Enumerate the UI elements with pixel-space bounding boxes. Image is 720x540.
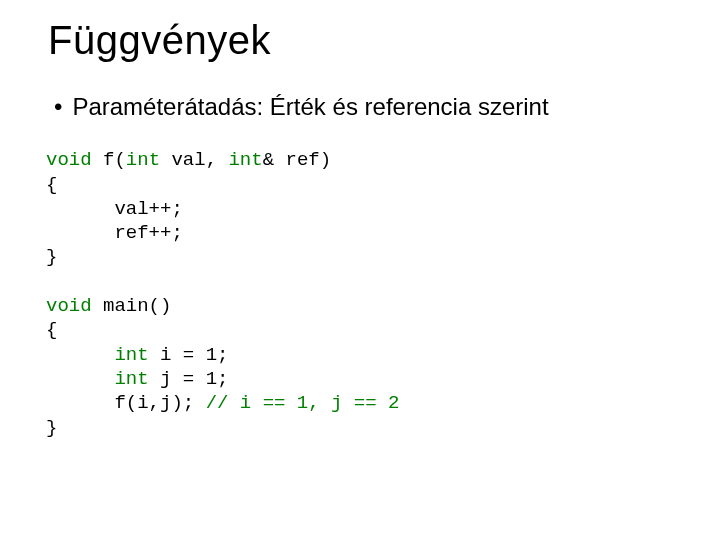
keyword-int: int [228,149,262,171]
code-text [46,368,114,390]
code-text: } [46,246,57,268]
bullet-dot-icon: • [54,91,62,122]
keyword-void: void [46,149,92,171]
keyword-int: int [126,149,160,171]
code-text: f(i,j); [46,392,206,414]
slide: Függvények • Paraméterátadás: Érték és r… [0,0,720,440]
code-text: { [46,174,57,196]
code-text [46,344,114,366]
code-text: ref++; [46,222,183,244]
code-text: i = 1; [149,344,229,366]
code-text: } [46,417,57,439]
code-comment: // i == 1, j == 2 [206,392,400,414]
code-block: void f(int val, int& ref) { val++; ref++… [46,148,672,440]
slide-title: Függvények [48,18,672,63]
code-text: f( [92,149,126,171]
code-text: val++; [46,198,183,220]
code-text: val, [160,149,228,171]
code-text: j = 1; [149,368,229,390]
keyword-int: int [114,344,148,366]
keyword-void: void [46,295,92,317]
keyword-int: int [114,368,148,390]
code-text: main() [92,295,172,317]
code-text: { [46,319,57,341]
code-text: & ref) [263,149,331,171]
bullet-text: Paraméterátadás: Érték és referencia sze… [72,91,548,122]
bullet-item: • Paraméterátadás: Érték és referencia s… [54,91,672,122]
